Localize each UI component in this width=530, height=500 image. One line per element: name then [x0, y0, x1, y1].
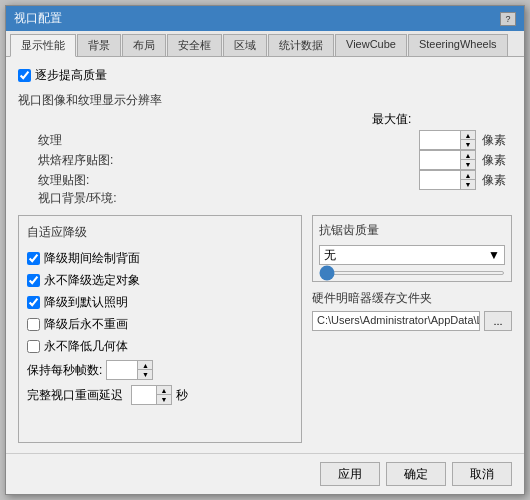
anti-alias-slider-container [319, 271, 505, 275]
resolution-header: 最大值: [18, 111, 512, 128]
fps-up[interactable]: ▲ [138, 361, 152, 370]
resolution-row-bg: 视口背景/环境: [18, 190, 512, 207]
adaptive-title: 自适应降级 [27, 224, 293, 241]
fps-spinbox[interactable]: 10.0 ▲ ▼ [106, 360, 153, 380]
baked-spinbox-btns: ▲ ▼ [460, 151, 475, 169]
anti-alias-section: 抗锯齿质量 无 ▼ [312, 215, 512, 282]
fps-value[interactable]: 10.0 [107, 361, 137, 379]
tab-steeringwheels[interactable]: SteeringWheels [408, 34, 508, 56]
anti-alias-value: 无 [324, 247, 336, 264]
adap-label-1: 永不降级选定对象 [44, 272, 140, 289]
adap-label-4: 永不降低几何体 [44, 338, 128, 355]
redraw-spinbox[interactable]: 1.0 ▲ ▼ [131, 385, 172, 405]
two-panels: 自适应降级 降级期间绘制背面 永不降级选定对象 降级到默认照明 降级后永不重画 [18, 215, 512, 443]
max-label: 最大值: [372, 111, 452, 128]
adap-item-2: 降级到默认照明 [27, 294, 293, 311]
baked-spinbox[interactable]: 512 ▲ ▼ [419, 150, 476, 170]
cache-path-row: C:\Users\Administrator\AppData\Local\A .… [312, 311, 512, 331]
texture-label: 纹理 [38, 132, 413, 149]
texture-unit: 像素 [482, 132, 506, 149]
tab-layout[interactable]: 布局 [122, 34, 166, 56]
baked-up[interactable]: ▲ [461, 151, 475, 160]
cache-path-display: C:\Users\Administrator\AppData\Local\A [312, 311, 480, 331]
texmap-spinbox-btns: ▲ ▼ [460, 171, 475, 189]
right-panel: 抗锯齿质量 无 ▼ 硬件明暗器缓存文件夹 C:\Users\Administra… [312, 215, 512, 443]
texmap-label: 纹理贴图: [38, 172, 413, 189]
tab-stats[interactable]: 统计数据 [268, 34, 334, 56]
incremental-quality-checkbox[interactable] [18, 69, 31, 82]
baked-value[interactable]: 512 [420, 151, 460, 169]
redraw-delay-row: 完整视口重画延迟 1.0 ▲ ▼ 秒 [27, 385, 293, 405]
texture-spinbox[interactable]: 1024 ▲ ▼ [419, 130, 476, 150]
redraw-label: 完整视口重画延迟 [27, 387, 123, 404]
frames-per-sec-row: 保持每秒帧数: 10.0 ▲ ▼ [27, 360, 293, 380]
tab-display[interactable]: 显示性能 [10, 34, 76, 57]
apply-button[interactable]: 应用 [320, 462, 380, 486]
texmap-spinbox[interactable]: 1024 ▲ ▼ [419, 170, 476, 190]
redraw-up[interactable]: ▲ [157, 386, 171, 395]
footer: 应用 确定 取消 [6, 453, 524, 494]
adap-cb-4[interactable] [27, 340, 40, 353]
cache-title: 硬件明暗器缓存文件夹 [312, 290, 512, 307]
resolution-row-baked: 烘焙程序贴图: 512 ▲ ▼ 像素 [18, 150, 512, 170]
baked-label: 烘焙程序贴图: [38, 152, 413, 169]
redraw-value[interactable]: 1.0 [132, 386, 156, 404]
adap-cb-1[interactable] [27, 274, 40, 287]
resolution-title: 视口图像和纹理显示分辨率 [18, 92, 512, 109]
fps-label: 保持每秒帧数: [27, 362, 102, 379]
tab-regions[interactable]: 区域 [223, 34, 267, 56]
anti-alias-dropdown[interactable]: 无 ▼ [319, 245, 505, 265]
title-bar: 视口配置 ? [6, 6, 524, 31]
texmap-unit: 像素 [482, 172, 506, 189]
tab-bar: 显示性能 背景 布局 安全框 区域 统计数据 ViewCube Steering… [6, 31, 524, 57]
main-window: 视口配置 ? 显示性能 背景 布局 安全框 区域 统计数据 ViewCube S… [5, 5, 525, 495]
anti-alias-slider[interactable] [319, 271, 505, 275]
tab-safeframe[interactable]: 安全框 [167, 34, 222, 56]
anti-alias-title: 抗锯齿质量 [319, 222, 505, 239]
baked-down[interactable]: ▼ [461, 160, 475, 169]
bg-label: 视口背景/环境: [38, 190, 440, 207]
cancel-button[interactable]: 取消 [452, 462, 512, 486]
window-title: 视口配置 [14, 10, 62, 27]
texmap-value[interactable]: 1024 [420, 171, 460, 189]
incremental-quality-row: 逐步提高质量 [18, 67, 512, 84]
texmap-up[interactable]: ▲ [461, 171, 475, 180]
incremental-quality-label: 逐步提高质量 [35, 67, 107, 84]
title-bar-buttons: ? [500, 12, 516, 26]
texture-up[interactable]: ▲ [461, 131, 475, 140]
cache-section: 硬件明暗器缓存文件夹 C:\Users\Administrator\AppDat… [312, 290, 512, 331]
adaptive-degradation-panel: 自适应降级 降级期间绘制背面 永不降级选定对象 降级到默认照明 降级后永不重画 [18, 215, 302, 443]
redraw-unit: 秒 [176, 387, 188, 404]
texture-value[interactable]: 1024 [420, 131, 460, 149]
resolution-row-texmap: 纹理贴图: 1024 ▲ ▼ 像素 [18, 170, 512, 190]
main-content: 逐步提高质量 视口图像和纹理显示分辨率 最大值: 纹理 1024 ▲ ▼ [6, 57, 524, 453]
dropdown-arrow-icon: ▼ [488, 248, 500, 262]
texture-down[interactable]: ▼ [461, 140, 475, 149]
adap-item-1: 永不降级选定对象 [27, 272, 293, 289]
fps-down[interactable]: ▼ [138, 370, 152, 379]
adap-label-3: 降级后永不重画 [44, 316, 128, 333]
ok-button[interactable]: 确定 [386, 462, 446, 486]
adap-cb-3[interactable] [27, 318, 40, 331]
resolution-row-texture: 纹理 1024 ▲ ▼ 像素 [18, 130, 512, 150]
adap-label-2: 降级到默认照明 [44, 294, 128, 311]
baked-unit: 像素 [482, 152, 506, 169]
adap-item-0: 降级期间绘制背面 [27, 250, 293, 267]
adap-item-4: 永不降低几何体 [27, 338, 293, 355]
adap-cb-2[interactable] [27, 296, 40, 309]
texmap-down[interactable]: ▼ [461, 180, 475, 189]
adap-label-0: 降级期间绘制背面 [44, 250, 140, 267]
resolution-section: 视口图像和纹理显示分辨率 最大值: 纹理 1024 ▲ ▼ 像素 [18, 92, 512, 207]
help-button[interactable]: ? [500, 12, 516, 26]
adap-cb-0[interactable] [27, 252, 40, 265]
tab-viewcube[interactable]: ViewCube [335, 34, 407, 56]
redraw-down[interactable]: ▼ [157, 395, 171, 404]
tab-background[interactable]: 背景 [77, 34, 121, 56]
adap-item-3: 降级后永不重画 [27, 316, 293, 333]
browse-button[interactable]: ... [484, 311, 512, 331]
texture-spinbox-btns: ▲ ▼ [460, 131, 475, 149]
